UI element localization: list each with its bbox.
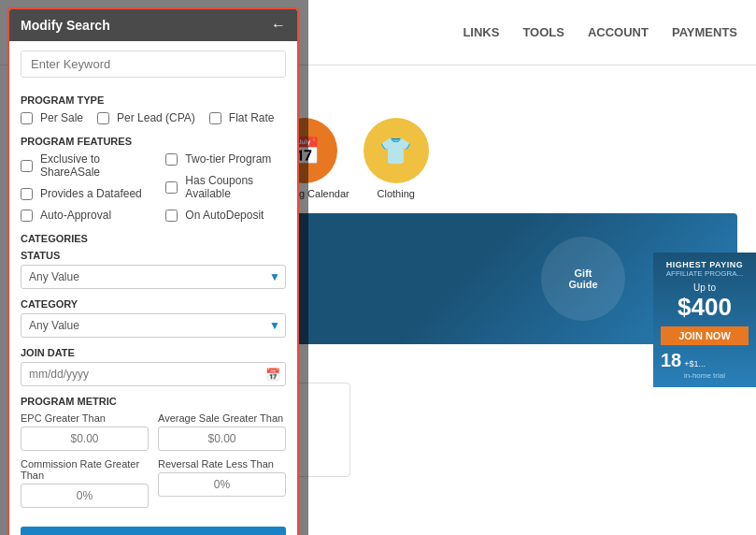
exclusive-label: Exclusive to ShareASale [40,152,147,179]
hp-amount: $400 [661,293,749,322]
datafeed-label: Provides a Datafeed [40,187,142,200]
category-circle-clothing: 👕 [364,118,429,183]
avg-sale-input[interactable] [158,427,286,451]
coupons-option: Has Coupons Available [165,174,286,200]
keyword-input[interactable] [21,51,286,78]
nav-tools[interactable]: TOOLS [522,25,564,39]
autodeposit-checkbox[interactable] [165,210,178,222]
program-metric-section-title: PROGRAM METRIC [21,396,286,407]
flat-rate-checkbox[interactable] [209,112,221,124]
avg-sale-group: Average Sale Greater Than [158,412,286,451]
flat-rate-label: Flat Rate [229,111,275,124]
program-features-options: Exclusive to ShareASale Provides a Dataf… [21,152,286,225]
per-lead-checkbox[interactable] [97,112,109,124]
flat-rate-option: Flat Rate [209,111,275,124]
per-sale-checkbox[interactable] [21,112,33,124]
status-select-wrapper: Any Value ▼ [21,265,286,289]
hp-num: 18 [661,350,681,371]
modal-back-button[interactable]: ← [271,17,286,34]
status-group: Status Any Value ▼ [21,250,286,289]
features-col1: Exclusive to ShareASale Provides a Dataf… [21,152,147,225]
join-date-input[interactable] [21,362,286,386]
two-tier-label: Two-tier Program [185,152,271,166]
epc-group: EPC Greater Than [21,412,149,451]
categories-section-title: CATEGORIES [21,233,286,244]
modal-title: Modify Search [21,18,110,33]
bg-nav: LINKS TOOLS ACCOUNT PAYMENTS [463,25,737,39]
metric-row-2: Commission Rate Greater Than Reversal Ra… [21,458,286,508]
category-label: Category [21,298,286,310]
epc-label: EPC Greater Than [21,412,149,424]
coupons-label: Has Coupons Available [185,174,286,200]
metric-row-1: EPC Greater Than Average Sale Greater Th… [21,412,286,451]
category-select[interactable]: Any Value [21,313,286,338]
exclusive-checkbox[interactable] [21,160,33,172]
calendar-icon: 📅 [265,368,280,382]
autodeposit-label: On AutoDeposit [185,209,264,222]
program-features-section-title: PROGRAM FEATURES [21,136,286,147]
gift-guide-circle: GiftGuide [541,237,625,321]
per-sale-option: Per Sale [21,111,83,124]
hp-extra: +$1... [684,359,706,369]
modal-header: Modify Search ← [9,9,297,41]
gift-guide-text: GiftGuide [568,268,597,290]
epc-input[interactable] [21,427,149,451]
join-date-group: Join Date 📅 [21,347,286,386]
two-tier-option: Two-tier Program [165,152,286,166]
hp-label: in-home trial [661,371,749,380]
commission-group: Commission Rate Greater Than [21,458,149,508]
clothing-label: Clothing [378,188,415,199]
program-type-options: Per Sale Per Lead (CPA) Flat Rate [21,111,286,128]
commission-label: Commission Rate Greater Than [21,458,149,481]
two-tier-checkbox[interactable] [165,153,178,166]
join-date-label: Join Date [21,347,286,358]
category-item-clothing[interactable]: 👕 Clothing [364,118,429,199]
nav-links[interactable]: LINKS [463,25,499,39]
modal-body: PROGRAM TYPE Per Sale Per Lead (CPA) Fla… [9,41,297,517]
status-select[interactable]: Any Value [21,265,286,289]
per-lead-option: Per Lead (CPA) [97,111,195,124]
nav-payments[interactable]: PAYMENTS [672,25,737,39]
search-button[interactable]: Search [21,527,286,535]
per-lead-label: Per Lead (CPA) [117,111,195,124]
reversal-group: Reversal Rate Less Than [158,458,286,508]
reversal-label: Reversal Rate Less Than [158,458,286,470]
highest-paying-sidebar: HIGHEST PAYING AFFILIATE PROGRA... Up to… [653,253,756,387]
hp-join-button[interactable]: JOIN NOW [661,326,749,345]
avg-sale-label: Average Sale Greater Than [158,412,286,424]
per-sale-label: Per Sale [40,111,83,124]
category-group: Category Any Value ▼ [21,298,286,338]
autodeposit-option: On AutoDeposit [165,209,286,222]
auto-approval-checkbox[interactable] [21,210,33,222]
coupons-checkbox[interactable] [165,181,178,194]
reversal-input[interactable] [158,472,286,497]
date-wrapper: 📅 [21,362,286,386]
auto-approval-option: Auto-Approval [21,209,147,222]
datafeed-checkbox[interactable] [21,188,33,200]
exclusive-option: Exclusive to ShareASale [21,152,147,179]
program-type-section-title: PROGRAM TYPE [21,94,286,106]
hp-title: HIGHEST PAYING [661,260,749,269]
hp-up-to: Up to [661,282,749,293]
auto-approval-label: Auto-Approval [40,209,111,222]
category-select-wrapper: Any Value ▼ [21,313,286,338]
status-label: Status [21,250,286,261]
nav-account[interactable]: ACCOUNT [588,25,649,39]
datafeed-option: Provides a Datafeed [21,187,147,200]
features-col2: Two-tier Program Has Coupons Available O… [165,152,286,225]
commission-input[interactable] [21,484,149,508]
hp-sub: AFFILIATE PROGRA... [661,269,749,278]
modify-search-modal: Modify Search ← PROGRAM TYPE Per Sale Pe… [7,7,299,535]
